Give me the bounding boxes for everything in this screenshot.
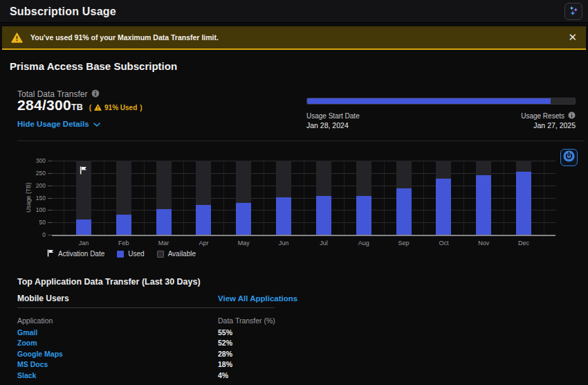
bar-used-apr[interactable] <box>196 205 211 235</box>
warning-triangle-icon <box>11 33 23 43</box>
app-link-slack[interactable]: Slack <box>17 371 36 379</box>
bar-available-may[interactable] <box>236 161 251 203</box>
legend-label: Activation Date <box>58 250 104 258</box>
chart-x-tick-label: Jun <box>264 240 304 247</box>
power-export-icon <box>563 150 575 165</box>
app-data-transfer-value: 52% <box>218 339 232 347</box>
chart-legend: Activation DateUsedAvailable <box>47 249 196 258</box>
chart-y-tick <box>48 235 52 235</box>
chart-x-tick-label: Mar <box>144 240 184 247</box>
app-data-transfer-value: 4% <box>218 371 228 379</box>
bar-available-mar[interactable] <box>156 161 172 209</box>
app-link-gmail[interactable]: Gmail <box>17 328 37 337</box>
bar-used-aug[interactable] <box>356 196 371 235</box>
chart-x-tick-label: Feb <box>104 240 144 247</box>
usage-resets-label: Usage Resets <box>521 112 564 120</box>
banner-message: You've used 91% of your Maximum Data Tra… <box>30 33 219 42</box>
legend-item-available[interactable]: Available <box>157 250 196 258</box>
bar-available-jun[interactable] <box>276 161 291 197</box>
chart-y-tick-label: 0 <box>28 231 46 238</box>
table-row: MS Docs18% <box>17 360 571 370</box>
chart-y-tick <box>48 222 52 223</box>
bar-available-dec[interactable] <box>516 161 531 172</box>
bar-available-sep[interactable] <box>396 161 412 188</box>
bar-used-jan[interactable] <box>76 220 91 235</box>
chart-x-tick-label: Nov <box>463 240 504 247</box>
usage-value: 284/300 <box>17 97 71 114</box>
sparkles-icon <box>568 5 579 19</box>
usage-start-date-label: Usage Start Date <box>306 112 360 120</box>
table-row: Slack4% <box>17 371 571 382</box>
chart-y-tick-label: 100 <box>28 206 46 213</box>
bar-used-feb[interactable] <box>116 215 131 235</box>
chevron-down-icon <box>93 120 100 128</box>
table-row: Zoom52% <box>17 339 571 349</box>
used-swatch <box>117 251 124 258</box>
bar-used-dec[interactable] <box>516 172 531 235</box>
table-row: Google Maps28% <box>17 350 571 360</box>
chart-x-tick-label: Jan <box>64 240 104 247</box>
hide-usage-details-toggle[interactable]: Hide Usage Details <box>17 120 100 128</box>
column-header-data-transfer: Data Transfer (%) <box>218 316 275 325</box>
usage-warning-banner: You've used 91% of your Maximum Data Tra… <box>2 26 586 50</box>
bar-available-nov[interactable] <box>476 161 491 175</box>
bar-available-apr[interactable] <box>196 161 211 205</box>
warning-triangle-small-icon <box>94 104 102 112</box>
chart-y-tick-label: 250 <box>28 170 46 177</box>
chart-y-tick <box>48 173 52 174</box>
bar-available-aug[interactable] <box>356 161 371 196</box>
usage-progress-fill <box>307 98 551 104</box>
bar-available-jul[interactable] <box>316 161 331 196</box>
app-data-transfer-value: 55% <box>218 328 232 337</box>
bar-used-jun[interactable] <box>276 197 291 235</box>
app-link-google-maps[interactable]: Google Maps <box>17 350 63 358</box>
bar-available-oct[interactable] <box>436 161 451 179</box>
section-divider <box>17 141 585 141</box>
chart-x-tick-label: Sep <box>384 240 424 247</box>
subscription-usage-page: Subscription Usage You've used 91% of yo… <box>0 0 588 385</box>
chart-x-tick-label: Jul <box>304 240 344 247</box>
legend-item-activation-date[interactable]: Activation Date <box>47 249 104 258</box>
chart-y-tick-label: 150 <box>28 195 46 202</box>
chart-x-tick-label: Dec <box>504 240 544 247</box>
usage-start-date-value: Jan 28, 2024 <box>306 121 349 129</box>
chart-x-tick-label: Oct <box>423 240 463 247</box>
column-header-application: Application <box>17 316 53 325</box>
table-row: Gmail55% <box>17 328 571 339</box>
applications-title: Top Application Data Transfer (Last 30 D… <box>17 277 201 287</box>
legend-label: Used <box>128 250 144 258</box>
bar-used-jul[interactable] <box>316 196 331 235</box>
usage-unit: TB <box>71 102 83 112</box>
view-all-applications-link[interactable]: View All Applications <box>218 294 297 303</box>
copilot-button[interactable] <box>564 3 582 20</box>
chart-x-tick-label: Apr <box>183 240 223 247</box>
bar-used-sep[interactable] <box>396 188 412 235</box>
chart-y-tick-label: 300 <box>28 157 46 164</box>
activation-date-flag-icon <box>80 165 87 177</box>
legend-label: Available <box>168 250 196 258</box>
applications-divider <box>17 307 275 308</box>
chart-export-button[interactable] <box>560 149 578 166</box>
usage-warning-note: ( 91% Used ) <box>89 104 143 112</box>
info-icon[interactable] <box>568 111 576 120</box>
available-swatch <box>157 251 164 258</box>
bar-used-nov[interactable] <box>476 175 491 235</box>
page-title: Subscription Usage <box>10 0 116 23</box>
app-link-ms-docs[interactable]: MS Docs <box>17 360 48 368</box>
chart-y-tick <box>48 210 52 211</box>
subscription-title: Prisma Access Base Subscription <box>10 60 177 72</box>
app-data-transfer-value: 18% <box>218 360 232 368</box>
chart-y-tick <box>48 161 52 161</box>
chart-y-tick <box>48 198 52 199</box>
close-icon[interactable]: ✕ <box>565 26 580 48</box>
legend-item-used[interactable]: Used <box>117 250 144 258</box>
usage-progress-bar <box>306 98 576 105</box>
bar-used-may[interactable] <box>236 203 251 235</box>
bar-used-mar[interactable] <box>156 209 172 235</box>
bar-available-feb[interactable] <box>116 161 131 215</box>
app-link-zoom[interactable]: Zoom <box>17 339 37 347</box>
chart-x-tick-label: May <box>223 240 264 247</box>
bar-used-oct[interactable] <box>436 179 451 235</box>
page-header: Subscription Usage <box>0 0 588 23</box>
app-data-transfer-value: 28% <box>218 350 232 358</box>
